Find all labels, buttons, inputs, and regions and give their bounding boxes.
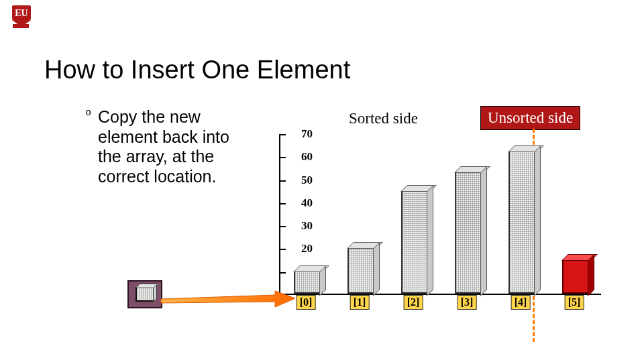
unsorted-side-label: Unsorted side	[480, 106, 580, 130]
bullet-text: Copy the new element back into the array…	[98, 107, 232, 186]
new-element-box	[127, 280, 162, 308]
y-tick	[280, 226, 286, 227]
bar-4	[508, 151, 535, 294]
insert-arrow-icon	[161, 292, 295, 310]
bar-0	[294, 271, 321, 294]
y-tick	[280, 272, 286, 274]
x-tick-label: [2]	[404, 295, 423, 310]
plot-area: 010203040506070	[279, 134, 601, 295]
y-tick	[280, 180, 286, 182]
svg-marker-3	[161, 291, 295, 307]
y-tick-label: 70	[292, 127, 313, 141]
y-tick	[280, 134, 286, 135]
y-tick	[280, 249, 286, 250]
bar-3	[455, 172, 482, 294]
sorted-side-label: Sorted side	[342, 107, 425, 130]
svg-rect-2	[13, 24, 29, 28]
new-element-cube-icon	[136, 287, 154, 302]
page-title: How to Insert One Element	[44, 56, 350, 84]
x-tick-label: [3]	[458, 295, 477, 310]
bar-2	[401, 190, 428, 294]
svg-text:EU: EU	[15, 8, 28, 18]
circle-bullet-icon: º	[86, 107, 98, 123]
y-tick-label: 20	[292, 242, 313, 255]
eu-logo: EU	[11, 4, 38, 34]
y-tick	[280, 203, 286, 204]
y-tick-label: 30	[292, 219, 313, 233]
bullet-copy-step: ºCopy the new element back into the arra…	[86, 107, 240, 186]
bar-1	[347, 247, 374, 294]
y-tick-label: 50	[292, 174, 313, 187]
y-tick	[280, 157, 286, 158]
x-tick-label: [0]	[297, 295, 316, 310]
y-tick-label: 40	[292, 196, 313, 210]
x-tick-label: [5]	[565, 295, 584, 310]
x-tick-label: [1]	[350, 295, 370, 310]
x-tick-label: [4]	[511, 295, 531, 310]
bar-5	[562, 259, 589, 294]
y-tick-label: 60	[292, 150, 313, 164]
